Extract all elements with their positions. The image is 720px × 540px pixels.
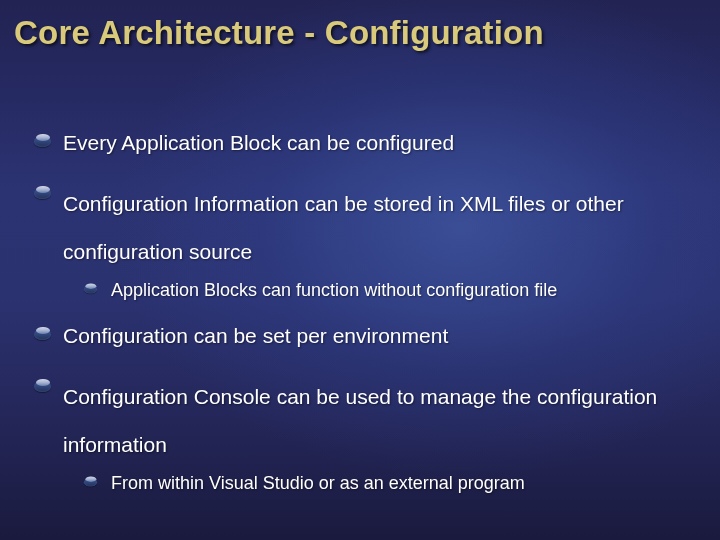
disc-icon (34, 134, 51, 147)
bullet-item: Every Application Block can be configure… (34, 128, 706, 158)
slide-content: Every Application Block can be configure… (34, 128, 706, 514)
sub-bullet-item: Application Blocks can function without … (82, 277, 706, 303)
bullet-text: Configuration Information can be stored … (63, 180, 706, 275)
bullet-text: Configuration Console can be used to man… (63, 373, 706, 468)
slide-title: Core Architecture - Configuration (14, 14, 706, 52)
bullet-item: Configuration Information can be stored … (34, 180, 706, 275)
bullet-text: Every Application Block can be configure… (63, 128, 706, 158)
bullet-text: Configuration can be set per environment (63, 321, 706, 351)
sub-bullet-group: From within Visual Studio or as an exter… (34, 468, 706, 514)
disc-icon (34, 379, 51, 392)
sub-bullet-text: From within Visual Studio or as an exter… (111, 470, 706, 496)
disc-icon (34, 327, 51, 340)
slide: Core Architecture - Configuration Every … (0, 0, 720, 540)
bullet-item: Configuration Console can be used to man… (34, 373, 706, 468)
sub-bullet-group: Application Blocks can function without … (34, 275, 706, 321)
sub-bullet-item: From within Visual Studio or as an exter… (82, 470, 706, 496)
sub-bullet-text: Application Blocks can function without … (111, 277, 706, 303)
disc-icon (34, 186, 51, 199)
bullet-item: Configuration can be set per environment (34, 321, 706, 351)
disc-icon (84, 476, 97, 486)
disc-icon (84, 283, 97, 293)
